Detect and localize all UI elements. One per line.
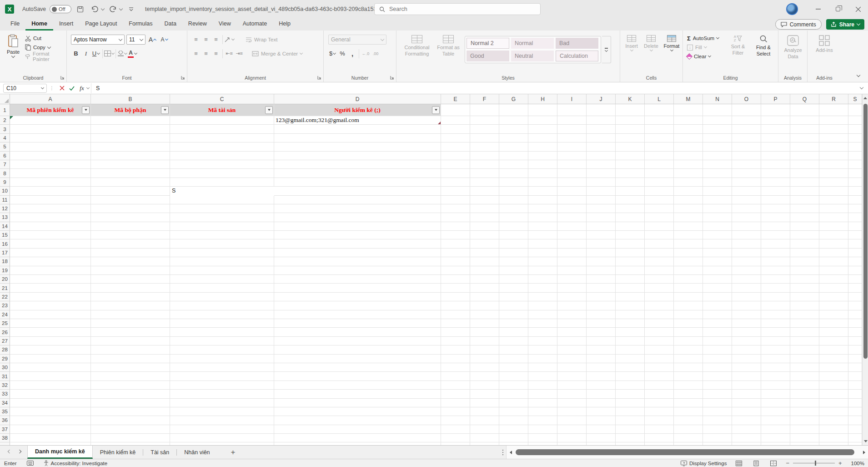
row-header-19[interactable]: 19	[0, 266, 10, 275]
cell-K5[interactable]	[616, 142, 645, 151]
cell-H27[interactable]	[528, 337, 557, 345]
cell-S23[interactable]	[848, 301, 862, 310]
cell-S29[interactable]	[848, 355, 862, 363]
cell-R37[interactable]	[819, 425, 848, 434]
cell-R9[interactable]	[819, 178, 848, 187]
paste-button[interactable]: Paste	[4, 34, 23, 57]
zoom-level[interactable]: 100%	[851, 461, 864, 466]
row-header-4[interactable]: 4	[0, 134, 10, 142]
cell-M3[interactable]	[674, 125, 703, 133]
cell-S11[interactable]	[848, 196, 862, 204]
cell-K33[interactable]	[616, 390, 645, 398]
cell-S21[interactable]	[848, 284, 862, 292]
cell-H13[interactable]	[528, 213, 557, 222]
cell-M30[interactable]	[674, 363, 703, 372]
style-item-good[interactable]: Good	[467, 51, 509, 61]
cell-C18[interactable]	[170, 257, 274, 266]
cell-I19[interactable]	[557, 266, 587, 275]
cell-J11[interactable]	[587, 196, 616, 204]
insert-cells-button[interactable]: Insert	[623, 35, 640, 51]
decrease-decimal-button[interactable]: .00	[371, 49, 381, 58]
cell-H30[interactable]	[528, 363, 557, 372]
cell-J22[interactable]	[587, 293, 616, 301]
cell-C1[interactable]: Mã tài sản	[170, 104, 274, 116]
cell-B30[interactable]	[91, 363, 170, 372]
cell-A23[interactable]	[10, 301, 91, 310]
ribbon-tab-page-layout[interactable]: Page Layout	[79, 18, 123, 30]
cell-F18[interactable]	[470, 257, 499, 266]
cell-Q36[interactable]	[790, 416, 819, 425]
cell-A11[interactable]	[10, 196, 91, 204]
cell-E35[interactable]	[441, 407, 470, 416]
cell-M1[interactable]	[674, 104, 703, 116]
row-header-16[interactable]: 16	[0, 239, 10, 248]
cell-H22[interactable]	[528, 293, 557, 301]
cell-F11[interactable]	[470, 196, 499, 204]
cell-P30[interactable]	[761, 363, 790, 372]
cell-R17[interactable]	[819, 249, 848, 257]
redo-menu-chevron-icon[interactable]	[119, 6, 123, 10]
cell-G16[interactable]	[499, 239, 528, 248]
ribbon-tab-automate[interactable]: Automate	[237, 18, 273, 30]
sheet-tab-nhân-viên[interactable]: Nhân viên	[177, 446, 217, 459]
bold-button[interactable]: B	[71, 49, 81, 58]
cell-A2[interactable]	[10, 116, 91, 125]
cell-N27[interactable]	[703, 337, 732, 345]
cell-Q10[interactable]	[790, 187, 819, 195]
cell-K27[interactable]	[616, 337, 645, 345]
cell-I3[interactable]	[557, 125, 587, 133]
cell-K20[interactable]	[616, 275, 645, 284]
cell-B37[interactable]	[91, 425, 170, 434]
cell-Q7[interactable]	[790, 160, 819, 169]
cell-S36[interactable]	[848, 416, 862, 425]
cell-P13[interactable]	[761, 213, 790, 222]
cell-P18[interactable]	[761, 257, 790, 266]
cell-B32[interactable]	[91, 381, 170, 390]
cell-G22[interactable]	[499, 293, 528, 301]
cell-L12[interactable]	[645, 204, 674, 213]
cell-R35[interactable]	[819, 407, 848, 416]
cell-J25[interactable]	[587, 319, 616, 328]
cell-P23[interactable]	[761, 301, 790, 310]
cell-Q15[interactable]	[790, 231, 819, 239]
cell-A25[interactable]	[10, 319, 91, 328]
cell-K17[interactable]	[616, 249, 645, 257]
cell-Q32[interactable]	[790, 381, 819, 390]
font-size-combo[interactable]: 11	[126, 35, 146, 45]
minimize-button[interactable]	[808, 0, 828, 18]
cell-M12[interactable]	[674, 204, 703, 213]
cell-E29[interactable]	[441, 355, 470, 363]
cell-H36[interactable]	[528, 416, 557, 425]
cell-N10[interactable]	[703, 187, 732, 195]
row-header-35[interactable]: 35	[0, 407, 10, 416]
cell-F38[interactable]	[470, 434, 499, 442]
cell-R23[interactable]	[819, 301, 848, 310]
cell-C9[interactable]	[170, 178, 274, 187]
cell-I37[interactable]	[557, 425, 587, 434]
cell-R8[interactable]	[819, 169, 848, 178]
cell-K7[interactable]	[616, 160, 645, 169]
scroll-up-icon[interactable]	[863, 97, 867, 99]
search-box[interactable]: Search	[374, 3, 541, 15]
cell-M23[interactable]	[674, 301, 703, 310]
cell-S38[interactable]	[848, 434, 862, 442]
cell-B25[interactable]	[91, 319, 170, 328]
style-item-bad[interactable]: Bad	[556, 38, 598, 49]
cell-J15[interactable]	[587, 231, 616, 239]
cell-E1[interactable]	[441, 104, 470, 116]
cell-J21[interactable]	[587, 284, 616, 292]
cell-Q38[interactable]	[790, 434, 819, 442]
cell-F6[interactable]	[470, 152, 499, 160]
cell-C32[interactable]	[170, 381, 274, 390]
cell-H8[interactable]	[528, 169, 557, 178]
cell-S25[interactable]	[848, 319, 862, 328]
cell-B35[interactable]	[91, 407, 170, 416]
row-header-1[interactable]: 1	[0, 104, 10, 116]
cell-D35[interactable]	[274, 407, 441, 416]
increase-indent-button[interactable]: ⇥≡	[234, 49, 244, 58]
restore-button[interactable]	[828, 0, 848, 18]
cell-H17[interactable]	[528, 249, 557, 257]
cell-R7[interactable]	[819, 160, 848, 169]
cell-R26[interactable]	[819, 328, 848, 336]
cell-H3[interactable]	[528, 125, 557, 133]
